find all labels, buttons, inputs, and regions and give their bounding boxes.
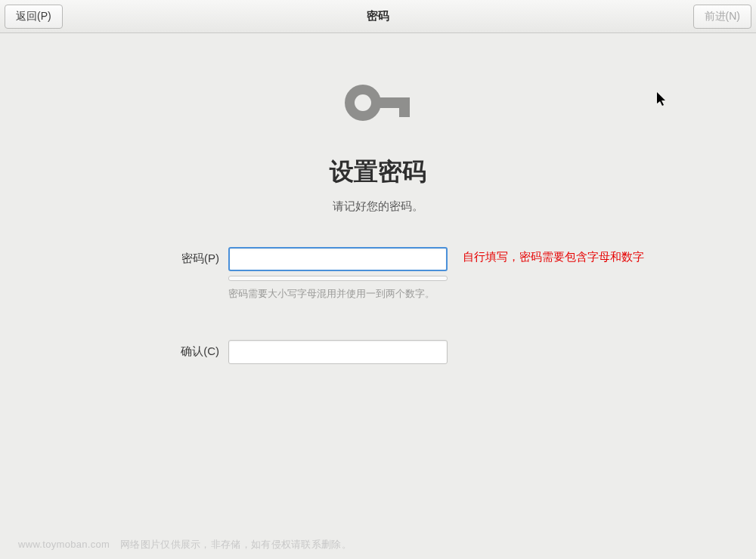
titlebar: 返回(P) 密码 前进(N) <box>0 0 756 33</box>
password-hint: 密码需要大小写字母混用并使用一到两个数字。 <box>228 287 448 301</box>
confirm-row: 确认(C) <box>136 340 620 364</box>
footer-watermark: www.toymoban.com 网络图片仅供展示，非存储，如有侵权请联系删除。 <box>18 538 352 551</box>
password-strength-bar <box>228 276 448 281</box>
password-label: 密码(P) <box>136 247 228 266</box>
key-icon <box>340 73 416 133</box>
window-title: 密码 <box>367 9 389 23</box>
svg-rect-3 <box>399 97 410 117</box>
mouse-cursor-icon <box>657 92 668 107</box>
confirm-input[interactable] <box>228 340 448 364</box>
svg-point-1 <box>355 94 371 111</box>
forward-button[interactable]: 前进(N) <box>693 5 751 29</box>
main-content: 设置密码 请记好您的密码。 密码(P) 密码需要大小写字母混用并使用一到两个数字… <box>0 33 756 526</box>
back-button[interactable]: 返回(P) <box>5 5 63 29</box>
password-input[interactable] <box>228 247 448 271</box>
password-annotation: 自行填写，密码需要包含字母和数字 <box>463 250 644 264</box>
footer-domain: www.toymoban.com <box>18 539 110 550</box>
password-row: 密码(P) 密码需要大小写字母混用并使用一到两个数字。 自行填写，密码需要包含字… <box>136 247 620 301</box>
page-heading: 设置密码 <box>330 156 426 189</box>
page-subtitle: 请记好您的密码。 <box>333 199 423 214</box>
footer-notice: 网络图片仅供展示，非存储，如有侵权请联系删除。 <box>120 539 352 550</box>
confirm-label: 确认(C) <box>136 340 228 359</box>
